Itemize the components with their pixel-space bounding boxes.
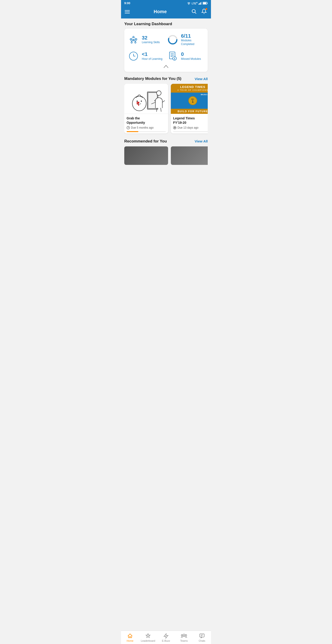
modules-label: ModulesCompleted bbox=[181, 39, 194, 46]
svg-marker-51 bbox=[174, 127, 176, 128]
svg-point-34 bbox=[174, 59, 175, 60]
mandatory-modules-header: Mandatory Modules for You (5) View All bbox=[124, 76, 208, 81]
legend-header-bar: LEGEND TIMES A TEAM OF CHAMPIONS bbox=[171, 84, 208, 92]
search-icon bbox=[191, 8, 197, 14]
svg-rect-3 bbox=[201, 2, 202, 4]
svg-rect-1 bbox=[199, 3, 200, 4]
module-progress-grab bbox=[127, 131, 166, 132]
legend-bottom-bar: BUILD FOR FUTURE bbox=[171, 109, 208, 114]
status-icons: LTER bbox=[187, 2, 208, 5]
svg-rect-5 bbox=[203, 2, 206, 4]
mandatory-section-title: Mandatory Modules for You (5) bbox=[124, 76, 181, 81]
time-display: 9:00 bbox=[124, 2, 130, 5]
module-due-grab: Due 5 months ago bbox=[127, 126, 166, 129]
network-label: LTER bbox=[192, 2, 198, 5]
header-left bbox=[125, 10, 130, 14]
recommended-list bbox=[124, 146, 208, 165]
module-progress-fill-grab bbox=[127, 131, 138, 132]
svg-point-13 bbox=[135, 42, 136, 43]
module-card-grab-opportunity[interactable]: ₹ bbox=[124, 84, 168, 133]
svg-point-38 bbox=[141, 100, 142, 102]
recommended-view-all-button[interactable]: View All bbox=[195, 139, 208, 143]
search-button[interactable] bbox=[191, 8, 197, 15]
legend-title-text: LEGEND TIMES bbox=[173, 85, 208, 89]
notification-badge bbox=[205, 8, 207, 10]
dashboard-section-title: Your Learning Dashboard bbox=[124, 22, 208, 26]
app-header: Home bbox=[121, 6, 211, 18]
missed-modules-text: 0 Missed Modules bbox=[181, 52, 201, 61]
module-due-legend: Due 13 days ago bbox=[173, 126, 208, 129]
svg-rect-6 bbox=[207, 3, 208, 4]
signal-icon bbox=[198, 2, 202, 4]
missed-modules-stat: 0 Missed Modules bbox=[167, 50, 204, 62]
hours-label: Hour of Learning bbox=[142, 57, 162, 61]
branding-text: BAJAJ Allianz bbox=[201, 94, 208, 96]
learning-skills-text: 32 Learning Skills bbox=[142, 35, 160, 44]
svg-point-7 bbox=[192, 10, 195, 13]
brain-network-icon bbox=[128, 34, 139, 45]
clock-icon bbox=[128, 50, 139, 62]
svg-rect-0 bbox=[198, 4, 199, 4]
status-bar: 9:00 LTER bbox=[121, 0, 211, 6]
skills-label: Learning Skills bbox=[142, 41, 160, 44]
svg-point-42 bbox=[157, 91, 161, 95]
modules-number: 6/11 bbox=[181, 33, 194, 39]
module-thumb-grab: ₹ bbox=[124, 84, 168, 114]
svg-line-46 bbox=[161, 108, 161, 112]
module-card-legend-times[interactable]: LEGEND TIMES A TEAM OF CHAMPIONS BAJAJ A… bbox=[171, 84, 208, 133]
recommended-header: Recommended for You View All bbox=[124, 139, 208, 144]
header-right bbox=[191, 8, 207, 15]
build-text: BUILD FOR FUTURE bbox=[172, 110, 208, 113]
svg-rect-2 bbox=[200, 2, 201, 4]
modules-completed-stat: 6/11 ModulesCompleted bbox=[167, 33, 204, 46]
wifi-icon bbox=[187, 2, 191, 4]
chevron-up-icon bbox=[164, 65, 168, 68]
notification-button[interactable] bbox=[201, 8, 207, 15]
clock-outline-icon bbox=[127, 126, 130, 129]
svg-line-18 bbox=[135, 40, 136, 42]
recommended-card-2[interactable] bbox=[171, 146, 208, 165]
dashboard-grid: 32 Learning Skills 6/11 ModulesCompleted bbox=[128, 33, 204, 62]
missed-label: Missed Modules bbox=[181, 57, 201, 61]
modules-completed-text: 6/11 ModulesCompleted bbox=[181, 33, 194, 46]
learning-hours-text: <1 Hour of Learning bbox=[142, 52, 162, 61]
module-thumb-legend: LEGEND TIMES A TEAM OF CHAMPIONS BAJAJ A… bbox=[171, 84, 208, 114]
grab-illustration: ₹ bbox=[127, 85, 166, 113]
donut-chart-icon bbox=[167, 34, 178, 45]
missed-number: 0 bbox=[181, 52, 201, 57]
page-title: Home bbox=[154, 9, 167, 14]
svg-point-37 bbox=[137, 100, 138, 102]
svg-line-16 bbox=[134, 38, 136, 38]
recommended-section-title: Recommended for You bbox=[124, 139, 167, 144]
svg-point-12 bbox=[131, 42, 132, 43]
module-info-grab: Grab the Opportunity Due 5 months ago bbox=[124, 114, 168, 133]
recommended-section: Recommended for You View All bbox=[124, 139, 208, 165]
main-content: Your Learning Dashboard bbox=[121, 18, 211, 183]
document-alert-icon bbox=[167, 50, 178, 62]
legend-subtitle: A TEAM OF CHAMPIONS bbox=[173, 89, 208, 91]
hours-number: <1 bbox=[142, 52, 162, 57]
learning-hours-stat: <1 Hour of Learning bbox=[128, 50, 165, 62]
svg-line-44 bbox=[162, 101, 165, 102]
legend-body: BAJAJ Allianz NO. 1 bbox=[171, 92, 208, 109]
mandatory-view-all-button[interactable]: View All bbox=[195, 77, 208, 81]
dashboard-card: 32 Learning Skills 6/11 ModulesCompleted bbox=[124, 29, 208, 72]
recommended-card-1[interactable] bbox=[124, 146, 168, 165]
svg-line-15 bbox=[131, 38, 134, 38]
learning-skills-stat: 32 Learning Skills bbox=[128, 33, 165, 46]
dashboard-collapse-button[interactable] bbox=[128, 65, 204, 68]
svg-line-8 bbox=[195, 12, 196, 14]
module-title-legend: Legend Times FY'19-20 bbox=[173, 116, 208, 124]
mandatory-modules-list: ₹ bbox=[124, 84, 208, 134]
module-title-grab: Grab the Opportunity bbox=[127, 116, 166, 124]
svg-line-17 bbox=[131, 40, 132, 42]
battery-icon bbox=[203, 2, 208, 4]
skills-number: 32 bbox=[142, 35, 160, 41]
svg-text:₹: ₹ bbox=[136, 101, 140, 107]
svg-point-9 bbox=[133, 36, 134, 38]
medal-icon: NO. 1 bbox=[188, 96, 197, 105]
module-info-legend: Legend Times FY'19-20 Due 13 days ago bbox=[171, 114, 208, 133]
menu-button[interactable] bbox=[125, 10, 130, 14]
module-progress-legend bbox=[173, 131, 208, 132]
play-circle-icon bbox=[173, 126, 176, 129]
